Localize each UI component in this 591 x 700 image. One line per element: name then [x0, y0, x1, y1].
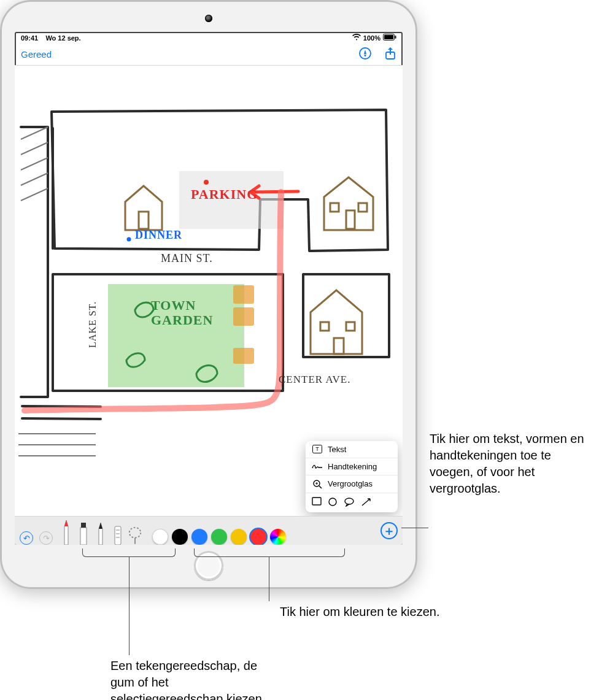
svg-rect-22 [346, 322, 355, 331]
screen: 09:41 Wo 12 sep. 100% Gereed [15, 32, 403, 545]
svg-rect-28 [233, 307, 254, 326]
popup-item-label: Handtekening [328, 462, 377, 471]
color-yellow[interactable] [231, 529, 247, 545]
color-picker [152, 529, 286, 545]
shape-arrow-icon[interactable] [361, 497, 372, 509]
tool-picker [59, 518, 142, 545]
drawing-canvas[interactable]: PARKING DINNER MAIN ST. TOWN GARDEN LAKE… [15, 66, 403, 516]
popup-item-signature[interactable]: Handtekening [306, 458, 398, 475]
color-blue[interactable] [191, 529, 207, 545]
done-button[interactable]: Gereed [21, 49, 52, 60]
label-parking: PARKING [191, 187, 258, 202]
camera-dot [205, 15, 212, 22]
label-main-st: MAIN ST. [161, 252, 213, 265]
label-lake-st: LAKE ST. [87, 301, 98, 348]
svg-rect-6 [303, 274, 389, 357]
add-button[interactable]: ＋ [380, 522, 398, 539]
loupe-icon [312, 479, 323, 489]
status-bar: 09:41 Wo 12 sep. 100% [15, 32, 403, 44]
tool-pencil[interactable] [93, 520, 108, 545]
color-black[interactable] [172, 529, 188, 545]
tool-pen[interactable] [59, 518, 74, 545]
text-box-icon: T [312, 445, 323, 453]
shape-rect-icon[interactable] [312, 497, 322, 509]
battery-icon [383, 34, 396, 42]
color-green[interactable] [211, 529, 227, 545]
status-time: 09:41 [21, 34, 38, 42]
label-town-garden-1: TOWN [151, 298, 196, 313]
ipad-frame: 09:41 Wo 12 sep. 100% Gereed [0, 0, 417, 589]
add-popup: T Tekst Handtekening Verg [306, 441, 398, 512]
svg-line-33 [319, 486, 322, 488]
undo-button[interactable]: ↶ [20, 531, 33, 545]
nav-bar: Gereed [15, 44, 403, 66]
redo-button: ↷ [39, 531, 53, 545]
svg-line-7 [21, 127, 48, 139]
label-dinner: DINNER [135, 229, 182, 242]
svg-rect-29 [233, 348, 254, 364]
svg-text:T: T [315, 446, 319, 452]
svg-point-46 [129, 528, 141, 538]
label-town-garden-2: GARDEN [151, 312, 213, 328]
svg-point-25 [127, 237, 131, 241]
svg-rect-40 [80, 528, 87, 545]
markup-icon[interactable] [358, 47, 372, 63]
callout-tools: Een tekengereedschap, de gum of het sele… [110, 658, 276, 700]
svg-point-38 [345, 498, 353, 504]
signature-icon [312, 463, 323, 470]
svg-rect-27 [233, 285, 254, 304]
popup-item-label: Tekst [328, 445, 346, 454]
svg-rect-23 [334, 338, 344, 354]
svg-rect-20 [358, 203, 367, 212]
tool-lasso[interactable] [128, 524, 142, 545]
svg-line-11 [21, 188, 48, 201]
markup-toolbar: ↶ ↷ [15, 516, 403, 545]
label-center-ave: CENTER AVE. [279, 374, 350, 386]
shape-speech-icon[interactable] [344, 497, 355, 509]
color-red[interactable] [250, 529, 266, 545]
wifi-icon [352, 34, 361, 42]
svg-point-16 [204, 180, 209, 185]
svg-rect-42 [115, 526, 121, 545]
battery-percent: 100% [363, 34, 380, 42]
popup-item-label: Vergrootglas [328, 479, 373, 488]
tool-eraser[interactable] [110, 520, 125, 545]
popup-item-loupe[interactable]: Vergrootglas [306, 475, 398, 493]
svg-rect-36 [312, 498, 321, 505]
status-date: Wo 12 sep. [45, 34, 80, 42]
color-white[interactable] [152, 529, 168, 545]
svg-rect-21 [320, 322, 329, 331]
callout-add: Tik hier om tekst, vormen en handtekenin… [430, 431, 591, 497]
tool-highlighter[interactable] [76, 520, 91, 545]
share-icon[interactable] [384, 47, 396, 63]
popup-item-text[interactable]: T Tekst [306, 441, 398, 458]
svg-rect-18 [346, 210, 355, 229]
svg-rect-19 [330, 203, 339, 212]
svg-point-37 [329, 498, 336, 506]
svg-line-10 [21, 173, 48, 185]
svg-rect-17 [139, 212, 149, 229]
callout-colors: Tik hier om kleuren te kiezen. [280, 604, 439, 620]
color-wheel[interactable] [270, 529, 286, 545]
shape-circle-icon[interactable] [328, 497, 338, 509]
svg-rect-2 [395, 36, 396, 39]
svg-line-39 [362, 499, 370, 506]
svg-rect-1 [384, 35, 393, 39]
svg-rect-41 [81, 523, 86, 528]
svg-line-8 [21, 142, 48, 155]
svg-line-9 [21, 158, 48, 170]
